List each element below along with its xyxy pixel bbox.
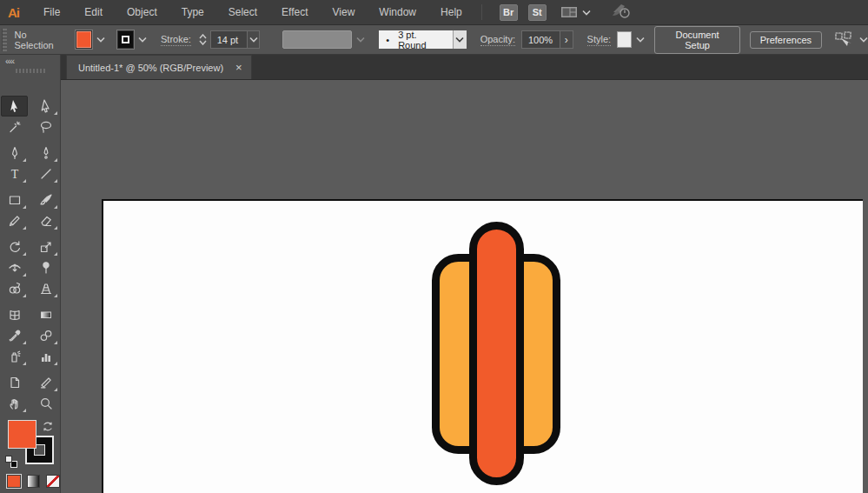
gradient-button[interactable] [27, 475, 41, 488]
bridge-button[interactable]: Br [500, 4, 518, 21]
default-fill-stroke-icon[interactable] [5, 456, 17, 468]
document-tab[interactable]: Untitled-1* @ 50% (RGB/Preview) × [66, 55, 252, 79]
sausage-shape[interactable] [474, 226, 520, 482]
svg-text:T: T [10, 168, 18, 181]
style-label[interactable]: Style: [587, 34, 612, 46]
artboard-tool[interactable] [1, 372, 28, 393]
variable-width-chevron-icon [356, 37, 365, 43]
fill-stroke-proxy [0, 417, 60, 471]
opacity-label[interactable]: Opacity: [480, 34, 515, 46]
preferences-button[interactable]: Preferences [750, 31, 822, 49]
brush-dot: • [386, 35, 389, 45]
perspective-grid-tool[interactable] [32, 278, 59, 299]
slice-tool[interactable] [32, 372, 59, 393]
type-tool[interactable]: T [1, 163, 28, 184]
shaper-tool[interactable] [1, 210, 28, 231]
rectangle-tool[interactable] [1, 190, 28, 210]
line-segment-tool[interactable] [32, 163, 59, 184]
selection-tool[interactable] [1, 96, 28, 117]
menu-bar: Ai File Edit Object Type Select Effect V… [0, 0, 868, 25]
opacity-arrow-icon[interactable]: › [560, 30, 573, 49]
document-tab-title: Untitled-1* @ 50% (RGB/Preview) [78, 63, 223, 73]
fill-color-swatch[interactable] [76, 30, 92, 49]
brush-name: 3 pt. Round [398, 30, 446, 50]
menu-effect[interactable]: Effect [269, 0, 320, 25]
stock-button[interactable]: St [528, 4, 547, 21]
document-tab-bar: Untitled-1* @ 50% (RGB/Preview) × [61, 55, 868, 80]
arrange-documents-icon[interactable] [560, 5, 578, 19]
stroke-weight-label[interactable]: Stroke: [161, 34, 191, 46]
menu-type[interactable]: Type [169, 0, 216, 25]
lasso-tool[interactable] [32, 117, 59, 137]
hand-tool[interactable] [1, 393, 28, 414]
tab-close-icon[interactable]: × [235, 62, 242, 73]
tools-panel: T [0, 80, 61, 493]
fill-color-chevron-icon[interactable] [96, 37, 105, 43]
tools-panel-header: «« [0, 55, 61, 80]
stroke-weight-dropdown-icon[interactable] [248, 30, 261, 49]
document-setup-button[interactable]: Document Setup [654, 26, 739, 54]
blend-tool[interactable] [32, 325, 59, 346]
select-similar-objects-icon[interactable] [834, 31, 855, 49]
rotate-tool[interactable] [1, 237, 28, 257]
arrange-documents-chevron-icon[interactable] [582, 10, 591, 16]
opacity-input[interactable]: 100% [521, 30, 560, 49]
stroke-color-chevron-icon[interactable] [138, 37, 147, 43]
gradient-tool[interactable] [32, 304, 59, 325]
stroke-weight-stepper[interactable] [198, 30, 209, 49]
puppet-warp-tool[interactable] [32, 257, 59, 278]
style-chevron-icon[interactable] [636, 37, 645, 43]
menu-help[interactable]: Help [428, 0, 474, 25]
pen-tool[interactable] [1, 143, 28, 163]
control-bar-grip[interactable] [2, 29, 7, 51]
swap-fill-stroke-icon[interactable] [42, 420, 54, 436]
color-button[interactable] [7, 475, 21, 488]
stroke-weight-input[interactable]: 14 pt [210, 30, 248, 49]
menu-window[interactable]: Window [367, 0, 428, 25]
width-tool[interactable] [1, 257, 28, 278]
stroke-color-swatch[interactable] [117, 30, 134, 49]
none-button[interactable] [46, 475, 60, 488]
menubar-divider [481, 4, 482, 20]
illustrator-logo: Ai [8, 5, 19, 20]
control-bar: No Selection Stroke: 14 pt • 3 pt. Round… [0, 25, 868, 55]
direct-selection-tool[interactable] [32, 96, 59, 117]
zoom-tool[interactable] [32, 393, 59, 414]
mesh-tool[interactable] [1, 304, 28, 325]
scale-tool[interactable] [32, 237, 59, 257]
color-mode-row [0, 475, 60, 488]
curvature-tool[interactable] [32, 143, 59, 163]
brush-definition-chevron-icon[interactable] [453, 30, 466, 49]
selection-status: No Selection [14, 30, 63, 50]
menu-view[interactable]: View [321, 0, 368, 25]
tools-panel-grip[interactable] [16, 69, 45, 73]
shape-builder-tool[interactable] [1, 278, 28, 299]
menu-object[interactable]: Object [115, 0, 169, 25]
column-graph-tool[interactable] [32, 346, 59, 367]
eyedropper-tool[interactable] [1, 325, 28, 346]
canvas-pasteboard[interactable] [61, 80, 868, 493]
fill-proxy-swatch[interactable] [8, 420, 36, 449]
symbol-sprayer-tool[interactable] [1, 346, 28, 367]
menu-edit[interactable]: Edit [72, 0, 115, 25]
menu-file[interactable]: File [31, 0, 72, 25]
brush-definition-select[interactable]: • 3 pt. Round [379, 30, 453, 49]
select-similar-chevron-icon[interactable] [859, 37, 868, 43]
touch-workspace-icon [610, 2, 633, 23]
hotdog-logo-artwork[interactable] [382, 209, 626, 493]
magic-wand-tool[interactable] [1, 117, 28, 137]
style-swatch[interactable] [617, 31, 632, 48]
paintbrush-tool[interactable] [32, 190, 59, 210]
variable-width-profile-disabled [282, 30, 352, 49]
menu-select[interactable]: Select [216, 0, 269, 25]
collapse-panel-icon[interactable]: «« [0, 55, 60, 66]
eraser-tool[interactable] [32, 210, 59, 231]
